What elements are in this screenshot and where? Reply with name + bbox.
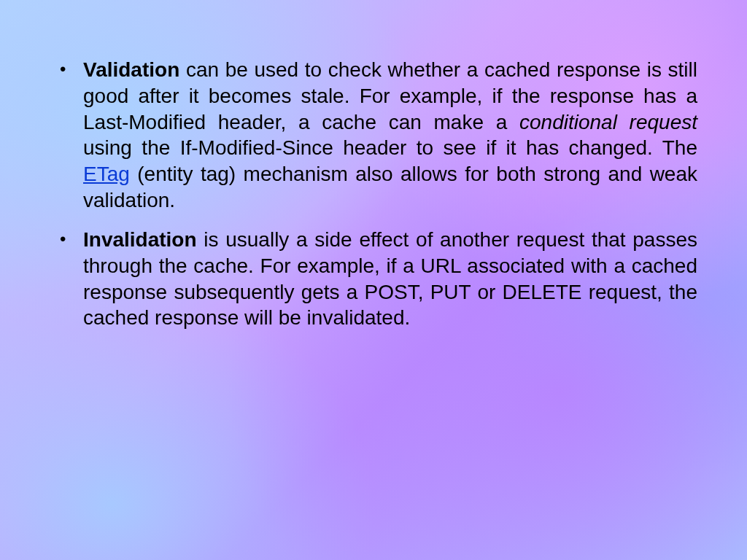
- term-validation: Validation: [83, 58, 179, 81]
- text-segment: using the If-Modified-Since header to se…: [83, 136, 697, 159]
- etag-link[interactable]: ETag: [83, 163, 130, 185]
- bullet-item-invalidation: Invalidation is usually a side effect of…: [50, 227, 697, 331]
- term-invalidation: Invalidation: [83, 228, 197, 251]
- bullet-item-validation: Validation can be used to check whether …: [50, 57, 697, 214]
- bullet-list: Validation can be used to check whether …: [50, 57, 697, 331]
- slide: Validation can be used to check whether …: [0, 0, 747, 560]
- text-segment: (entity tag) mechanism also allows for b…: [83, 163, 697, 211]
- text-italic-conditional-request: conditional request: [519, 111, 697, 133]
